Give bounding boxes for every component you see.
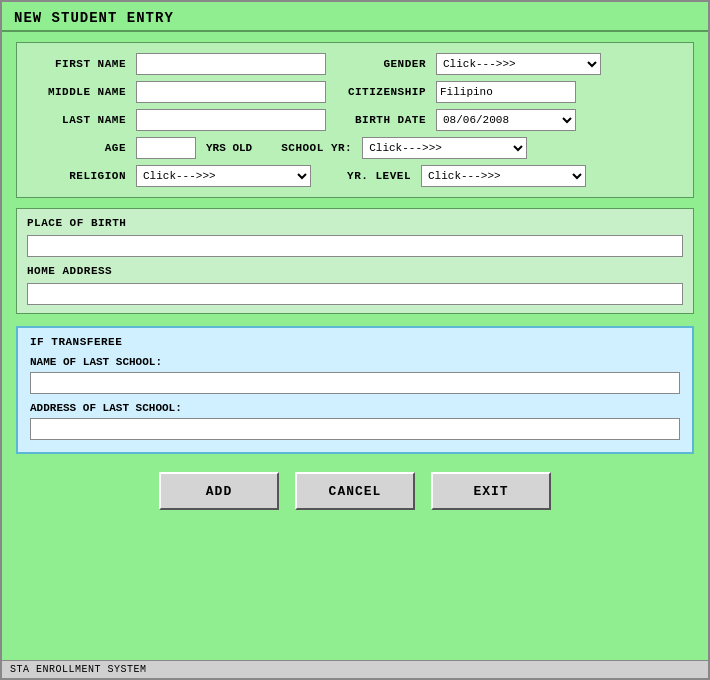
place-address-section: PLACE OF BIRTH HOME ADDRESS: [16, 208, 694, 314]
add-button[interactable]: ADD: [159, 472, 279, 510]
button-row: ADD CANCEL EXIT: [16, 462, 694, 516]
first-name-label: FIRST NAME: [31, 58, 126, 70]
age-row: AGE YRS OLD SCHOOL YR: Click--->>>: [31, 137, 679, 159]
religion-label: RELIGION: [31, 170, 126, 182]
school-yr-label: SCHOOL YR:: [262, 142, 352, 154]
first-name-input[interactable]: [136, 53, 326, 75]
yr-level-select[interactable]: Click--->>>: [421, 165, 586, 187]
address-of-last-school-label: ADDRESS OF LAST SCHOOL:: [30, 402, 680, 414]
personal-info-section: FIRST NAME GENDER Click--->>> MIDDLE NAM…: [16, 42, 694, 198]
window-title: NEW STUDENT ENTRY: [14, 10, 174, 26]
status-bar: STA ENROLLMENT SYSTEM: [2, 660, 708, 678]
last-name-input[interactable]: [136, 109, 326, 131]
middle-name-input[interactable]: [136, 81, 326, 103]
cancel-button[interactable]: CANCEL: [295, 472, 415, 510]
middle-name-row: MIDDLE NAME CITIZENSHIP: [31, 81, 679, 103]
exit-button[interactable]: EXIT: [431, 472, 551, 510]
place-of-birth-title: PLACE OF BIRTH: [27, 217, 683, 229]
transferee-section: IF TRANSFEREE NAME OF LAST SCHOOL: ADDRE…: [16, 326, 694, 454]
gender-label: GENDER: [336, 58, 426, 70]
status-text: STA ENROLLMENT SYSTEM: [10, 664, 147, 675]
birthdate-select[interactable]: 08/06/2008: [436, 109, 576, 131]
birthdate-label: BIRTH DATE: [336, 114, 426, 126]
middle-name-label: MIDDLE NAME: [31, 86, 126, 98]
home-address-input[interactable]: [27, 283, 683, 305]
religion-select[interactable]: Click--->>>: [136, 165, 311, 187]
transferee-title: IF TRANSFEREE: [30, 336, 680, 348]
first-name-row: FIRST NAME GENDER Click--->>>: [31, 53, 679, 75]
place-of-birth-input[interactable]: [27, 235, 683, 257]
religion-row: RELIGION Click--->>> YR. LEVEL Click--->…: [31, 165, 679, 187]
citizenship-input[interactable]: [436, 81, 576, 103]
last-school-address-input[interactable]: [30, 418, 680, 440]
title-bar: NEW STUDENT ENTRY: [2, 2, 708, 32]
main-window: NEW STUDENT ENTRY FIRST NAME GENDER Clic…: [0, 0, 710, 680]
school-yr-select[interactable]: Click--->>>: [362, 137, 527, 159]
last-name-label: LAST NAME: [31, 114, 126, 126]
citizenship-label: CITIZENSHIP: [336, 86, 426, 98]
age-input[interactable]: [136, 137, 196, 159]
yrs-old-label: YRS OLD: [206, 142, 252, 154]
yr-level-label: YR. LEVEL: [321, 170, 411, 182]
last-name-row: LAST NAME BIRTH DATE 08/06/2008: [31, 109, 679, 131]
main-content: FIRST NAME GENDER Click--->>> MIDDLE NAM…: [2, 32, 708, 660]
age-label: AGE: [31, 142, 126, 154]
last-school-name-input[interactable]: [30, 372, 680, 394]
home-address-title: HOME ADDRESS: [27, 265, 683, 277]
gender-select[interactable]: Click--->>>: [436, 53, 601, 75]
name-of-last-school-label: NAME OF LAST SCHOOL:: [30, 356, 680, 368]
